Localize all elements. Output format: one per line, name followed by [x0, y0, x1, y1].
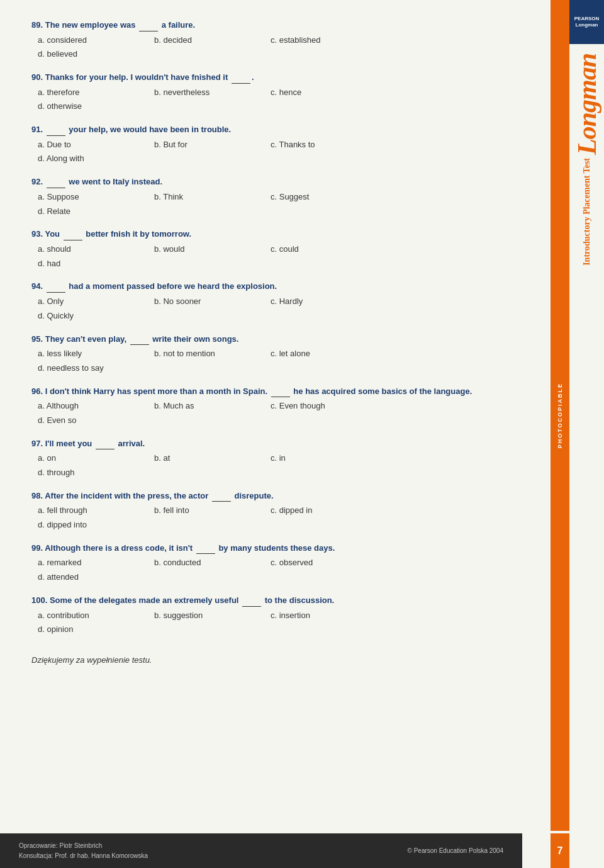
option: d. Along with — [38, 152, 154, 166]
options-row: a. less likelyb. not to mentionc. let al… — [31, 347, 484, 375]
question-block: 94. had a moment passed before we heard … — [31, 280, 484, 322]
question-stem: 95. They can't even play, write their ow… — [31, 333, 484, 346]
option: d. needless to say — [38, 362, 154, 375]
option: b. Much as — [154, 400, 271, 413]
option: c. hence — [271, 86, 387, 99]
options-row: a. thereforeb. neverthelessc. henced. ot… — [31, 86, 484, 114]
option: b. But for — [154, 138, 271, 152]
question-stem: 96. I don't think Harry has spent more t… — [31, 385, 484, 398]
question-number: 95. — [31, 334, 43, 344]
footer-consultant: Konsultacja: Prof. dr hab. Hanna Komorow… — [19, 851, 148, 861]
question-number: 93. — [31, 229, 43, 239]
question-block: 92. we went to Italy instead.a. Supposeb… — [31, 176, 484, 218]
option: c. let alone — [271, 347, 387, 361]
questions-container: 89. The new employee was a failure.a. co… — [31, 19, 484, 636]
options-row: a. Due tob. But forc. Thanks tod. Along … — [31, 138, 484, 166]
option: d. had — [38, 257, 154, 271]
option: c. in — [271, 452, 387, 465]
option: b. not to mention — [154, 347, 271, 361]
option: b. fell into — [154, 504, 271, 517]
question-stem: 90. Thanks for your help. I wouldn't hav… — [31, 71, 484, 84]
question-block: 93. You better fnish it by tomorrow.a. s… — [31, 228, 484, 270]
option: a. should — [38, 243, 154, 256]
option: b. would — [154, 243, 271, 256]
option: b. Think — [154, 191, 271, 204]
options-row: a. remarkedb. conductedc. observedd. att… — [31, 556, 484, 584]
question-number: 94. — [31, 281, 43, 291]
options-row: a. fell throughb. fell intoc. dipped ind… — [31, 504, 484, 532]
option: c. could — [271, 243, 387, 256]
option: c. dipped in — [271, 504, 387, 517]
question-block: 91. your help, we would have been in tro… — [31, 123, 484, 166]
option: a. Only — [38, 295, 154, 308]
options-row: a. shouldb. wouldc. couldd. had — [31, 243, 484, 271]
question-block: 99. Although there is a dress code, it i… — [31, 542, 484, 584]
question-number: 89. — [31, 20, 43, 30]
question-number: 97. — [31, 439, 43, 448]
question-block: 96. I don't think Harry has spent more t… — [31, 385, 484, 427]
question-stem: 100. Some of the delegates made an extre… — [31, 594, 484, 607]
pearson-logo-text: PEARSON — [574, 16, 600, 22]
question-stem: 97. I'll meet you arrival. — [31, 437, 484, 450]
question-stem: 98. After the incident with the press, t… — [31, 490, 484, 502]
question-number: 98. — [31, 491, 43, 500]
longman-brand: Longman — [572, 54, 602, 155]
option: d. opinion — [38, 623, 154, 636]
option: b. No sooner — [154, 295, 271, 308]
right-sidebar: PHOTOCOPIABLE — [551, 0, 569, 831]
option: d. Even so — [38, 414, 154, 427]
option: c. established — [271, 34, 387, 47]
option: c. Hardly — [271, 295, 387, 308]
option: a. therefore — [38, 86, 154, 99]
footer-copyright: © Pearson Education Polska 2004 — [408, 847, 503, 854]
footer-author: Opracowanie: Piotr Steinbrich — [19, 841, 148, 851]
options-row: a. Supposeb. Thinkc. Suggestd. Relate — [31, 191, 484, 218]
question-stem: 93. You better fnish it by tomorrow. — [31, 228, 484, 240]
placement-test-label: Introductory Placement Test — [582, 158, 592, 266]
option: b. suggestion — [154, 609, 271, 623]
question-stem: 89. The new employee was a failure. — [31, 19, 484, 31]
question-number: 91. — [31, 125, 43, 134]
option: b. conducted — [154, 556, 271, 570]
question-number: 96. — [31, 386, 43, 396]
option: c. Even though — [271, 400, 387, 413]
question-block: 97. I'll meet you arrival.a. onb. atc. i… — [31, 437, 484, 480]
brand-strip: PEARSON Longman Longman Introductory Pla… — [569, 0, 604, 868]
option: a. remarked — [38, 556, 154, 570]
option: d. attended — [38, 571, 154, 584]
option: b. nevertheless — [154, 86, 271, 99]
question-block: 90. Thanks for your help. I wouldn't hav… — [31, 71, 484, 113]
option: b. at — [154, 452, 271, 465]
question-number: 99. — [31, 543, 43, 553]
option: a. considered — [38, 34, 154, 47]
option: c. insertion — [271, 609, 387, 623]
question-number: 90. — [31, 72, 43, 82]
option: a. Although — [38, 400, 154, 413]
option: b. decided — [154, 34, 271, 47]
longman-logo-text: Longman — [574, 22, 600, 28]
option: a. fell through — [38, 504, 154, 517]
question-block: 89. The new employee was a failure.a. co… — [31, 19, 484, 61]
option: a. contribution — [38, 609, 154, 623]
question-stem: 92. we went to Italy instead. — [31, 176, 484, 188]
question-stem: 94. had a moment passed before we heard … — [31, 280, 484, 293]
option: c. observed — [271, 556, 387, 570]
option: a. Due to — [38, 138, 154, 152]
question-number: 92. — [31, 177, 43, 186]
options-row: a. contributionb. suggestionc. insertion… — [31, 609, 484, 637]
footer: Opracowanie: Piotr Steinbrich Konsultacj… — [0, 833, 522, 868]
option: a. less likely — [38, 347, 154, 361]
option: a. on — [38, 452, 154, 465]
question-stem: 99. Although there is a dress code, it i… — [31, 542, 484, 555]
question-stem: 91. your help, we would have been in tro… — [31, 123, 484, 136]
question-block: 95. They can't even play, write their ow… — [31, 333, 484, 375]
page-number: 7 — [551, 833, 569, 868]
question-number: 100. — [31, 595, 47, 605]
option: a. Suppose — [38, 191, 154, 204]
option: d. believed — [38, 48, 154, 61]
closing-text: Dziękujemy za wypełnienie testu. — [31, 655, 484, 665]
pearson-logo-area: PEARSON Longman — [569, 0, 604, 44]
options-row: a. Althoughb. Much asc. Even thoughd. Ev… — [31, 400, 484, 427]
options-row: a. onb. atc. ind. through — [31, 452, 484, 480]
option: d. through — [38, 466, 154, 480]
